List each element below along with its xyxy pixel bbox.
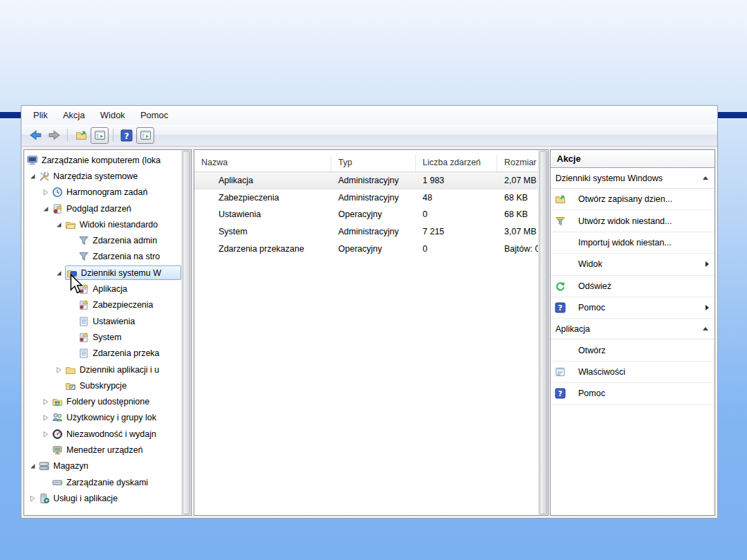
collapse-section-icon[interactable] — [703, 176, 708, 180]
tree-item-zdarzenia-administracyjne[interactable]: Zdarzenia admin — [24, 232, 181, 248]
action-label: Odśwież — [578, 281, 611, 291]
section-header-label: Aplikacja — [555, 324, 590, 334]
menu-akcja[interactable]: Akcja — [55, 107, 93, 123]
list-row-aplikacja[interactable]: Aplikacja Administracyjny 1 983 2,07 MB — [194, 172, 538, 189]
chevron-collapsed-icon[interactable] — [55, 366, 65, 373]
action-importuj-widok-niestandardowy[interactable]: Importuj widok niestan... — [551, 232, 714, 254]
log-list-pane: Nazwa Typ Liczba zdarzeń Rozmiar Aplikac… — [194, 149, 548, 516]
help-icon — [555, 388, 566, 399]
event-viewer-icon — [52, 203, 63, 214]
action-wlasciwosci[interactable]: Właściwości — [551, 362, 714, 383]
help-icon — [555, 302, 566, 313]
list-scrollbar-thumb[interactable] — [540, 151, 547, 514]
computer-icon — [27, 155, 38, 166]
tree-item-ustawienia[interactable]: Ustawienia — [24, 313, 181, 329]
tree-item-system[interactable]: System — [24, 329, 181, 345]
chevron-expanded-icon[interactable] — [55, 270, 65, 277]
tree-scrollbar[interactable] — [181, 150, 191, 515]
tree-item-dzienniki-systemu-windows[interactable]: Dzienniki systemu W — [24, 265, 181, 281]
tree-item-uslugi-aplikacje[interactable]: Usługi i aplikacje — [24, 490, 181, 506]
tree-item-narzedzia-systemowe[interactable]: Narzędzia systemowe — [24, 168, 181, 184]
open-saved-log-button[interactable] — [72, 127, 90, 144]
tree-scrollbar-thumb[interactable] — [183, 151, 190, 514]
chevron-expanded-icon[interactable] — [42, 205, 52, 212]
chevron-collapsed-icon[interactable] — [42, 398, 52, 405]
submenu-arrow-icon — [706, 305, 709, 310]
help-icon — [120, 129, 133, 142]
log-warning-icon — [78, 299, 89, 310]
actions-pane: Akcje Dzienniki systemu Windows Otwórz z… — [550, 149, 715, 516]
action-pomoc-aplikacja[interactable]: Pomoc — [551, 383, 714, 404]
action-pomoc-dzienniki[interactable]: Pomoc — [551, 297, 714, 319]
tree-item-uzytkownicy-grupy[interactable]: Użytkownicy i grupy lok — [24, 410, 181, 426]
computer-management-window: Plik Akcja Widok Pomoc Zarządzanie kompu… — [21, 105, 718, 519]
chevron-collapsed-icon[interactable] — [42, 414, 52, 421]
chevron-expanded-icon[interactable] — [55, 221, 65, 228]
tree-item-aplikacja[interactable]: Aplikacja — [24, 281, 181, 297]
actions-section-aplikacja[interactable]: Aplikacja — [551, 319, 714, 339]
open-saved-log-icon — [555, 194, 566, 205]
menu-bar: Plik Akcja Widok Pomoc — [21, 106, 717, 124]
tree-item-dzienniki-aplikacji[interactable]: Dzienniki aplikacji i u — [24, 362, 181, 377]
action-widok[interactable]: Widok — [551, 254, 714, 275]
action-otworz[interactable]: Otwórz — [551, 339, 714, 361]
open-folder-icon — [65, 219, 76, 230]
log-plain-icon — [78, 316, 89, 327]
help-button[interactable] — [118, 127, 136, 144]
tree-item-zabezpieczenia[interactable]: Zabezpieczenia — [24, 297, 181, 313]
device-manager-icon — [52, 445, 63, 456]
chevron-collapsed-icon[interactable] — [29, 495, 39, 502]
forward-button[interactable] — [45, 127, 63, 144]
list-scrollbar[interactable] — [538, 150, 548, 515]
tree-item-foldery-udostepnione[interactable]: Foldery udostępnione — [24, 393, 181, 409]
tree-item-zarzadzanie-dyskami[interactable]: Zarządzanie dyskami — [24, 474, 181, 490]
action-label: Utwórz widok niestand... — [578, 216, 672, 226]
column-header-nazwa[interactable]: Nazwa — [194, 155, 331, 171]
tree-item-zarzadzanie-komputerem[interactable]: Zarządzanie komputerem (loka — [24, 152, 181, 168]
tree-item-podglad-zdarzen[interactable]: Podgląd zdarzeń — [24, 200, 181, 216]
tree-scroll-area: Zarządzanie komputerem (loka Narzędzia s… — [24, 150, 181, 515]
chevron-collapsed-icon[interactable] — [42, 189, 52, 196]
chevron-collapsed-icon[interactable] — [42, 431, 52, 438]
filter-icon — [78, 235, 89, 246]
column-header-liczba-zdarzen[interactable]: Liczba zdarzeń — [416, 155, 497, 171]
list-row-system[interactable]: System Administracyjny 7 215 3,07 MB — [194, 223, 538, 241]
list-row-zabezpieczenia[interactable]: Zabezpieczenia Administracyjny 48 68 KB — [194, 189, 538, 207]
action-label: Widok — [578, 259, 602, 269]
action-utworz-widok-niestandardowy[interactable]: Utwórz widok niestand... — [551, 210, 714, 232]
log-plain-icon — [78, 348, 89, 359]
tree-item-menedzer-urzadzen[interactable]: Menedżer urządzeń — [24, 442, 181, 458]
tree-item-widoki-niestandardowe[interactable]: Widoki niestandardo — [24, 216, 181, 232]
action-label: Właściwości — [578, 367, 625, 377]
clock-icon — [52, 187, 63, 198]
menu-pomoc[interactable]: Pomoc — [133, 107, 176, 123]
actions-section-dzienniki[interactable]: Dzienniki systemu Windows — [551, 168, 714, 189]
shared-folders-icon — [52, 396, 63, 407]
folder-icon — [65, 364, 76, 375]
show-console-tree-button[interactable] — [91, 127, 109, 144]
tree-item-zdarzenia-na-stronie[interactable]: Zdarzenia na stro — [24, 249, 181, 265]
tree-item-harmonogram-zadan[interactable]: Harmonogram zadań — [24, 185, 181, 200]
column-header-rozmiar[interactable]: Rozmiar — [497, 155, 538, 171]
action-odswiez[interactable]: Odśwież — [551, 276, 714, 297]
back-button[interactable] — [26, 127, 44, 144]
collapse-section-icon[interactable] — [703, 327, 708, 330]
log-list: Nazwa Typ Liczba zdarzeń Rozmiar Aplikac… — [194, 150, 538, 515]
column-header-typ[interactable]: Typ — [331, 155, 416, 171]
action-label: Otwórz zapisany dzien... — [578, 194, 672, 204]
tree-item-zdarzenia-przekazane[interactable]: Zdarzenia przeka — [24, 346, 181, 362]
action-pane-icon — [140, 129, 151, 141]
list-row-zdarzenia-przekazane[interactable]: Zdarzenia przekazane Operacyjny 0 Bajtów… — [194, 240, 538, 257]
menu-widok[interactable]: Widok — [93, 107, 133, 123]
open-saved-log-icon — [75, 129, 87, 141]
tree-item-subskrypcje[interactable]: Subskrypcje — [24, 377, 181, 393]
chevron-expanded-icon[interactable] — [29, 463, 39, 469]
actions-title: Akcje — [551, 150, 714, 168]
menu-plik[interactable]: Plik — [26, 107, 55, 123]
tree-item-magazyn[interactable]: Magazyn — [24, 458, 181, 474]
list-row-ustawienia[interactable]: Ustawienia Operacyjny 0 68 KB — [194, 206, 538, 223]
action-otworz-zapisany-dziennik[interactable]: Otwórz zapisany dzien... — [551, 189, 714, 210]
chevron-expanded-icon[interactable] — [29, 173, 39, 180]
tree-item-niezawodnosc-wydajnosc[interactable]: Niezawodność i wydajn — [24, 426, 181, 442]
show-action-pane-button[interactable] — [136, 127, 154, 144]
